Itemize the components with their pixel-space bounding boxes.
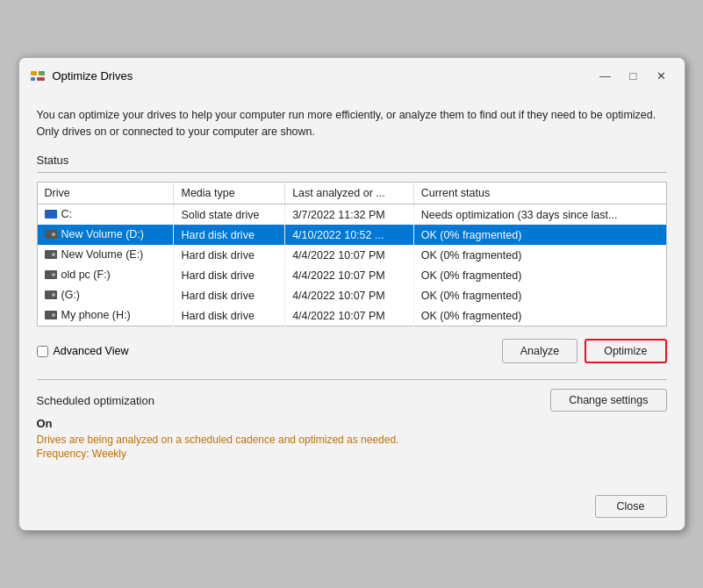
cell-current-status: OK (0% fragmented)	[413, 285, 666, 305]
cell-current-status: OK (0% fragmented)	[413, 305, 666, 326]
cell-media-type: Hard disk drive	[174, 285, 285, 305]
description-text: You can optimize your drives to help you…	[37, 107, 667, 140]
cell-last-analyzed: 4/4/2022 10:07 PM	[285, 245, 414, 265]
drives-table: Drive Media type Last analyzed or ... Cu…	[37, 182, 667, 326]
cell-drive: old pc (F:)	[37, 265, 174, 285]
cell-last-analyzed: 3/7/2022 11:32 PM	[285, 204, 414, 226]
app-icon	[30, 68, 46, 84]
optimize-drives-window: Optimize Drives — □ ✕ You can optimize y…	[18, 57, 685, 532]
cell-media-type: Hard disk drive	[174, 305, 285, 326]
scheduled-title: Scheduled optimization	[37, 394, 154, 407]
scheduled-header-row: Scheduled optimization Change settings	[37, 389, 667, 412]
window-title: Optimize Drives	[53, 69, 133, 82]
table-row[interactable]: C:Solid state drive3/7/2022 11:32 PMNeed…	[37, 204, 666, 226]
cell-last-analyzed: 4/4/2022 10:07 PM	[285, 265, 414, 285]
cell-drive: (G:)	[37, 285, 174, 305]
svg-rect-0	[31, 71, 37, 75]
cell-drive: C:	[37, 204, 174, 226]
table-header-row: Drive Media type Last analyzed or ... Cu…	[37, 183, 666, 204]
svg-rect-1	[31, 77, 35, 81]
cell-media-type: Hard disk drive	[174, 225, 285, 245]
cell-current-status: OK (0% fragmented)	[413, 225, 666, 245]
table-row[interactable]: My phone (H:)Hard disk drive4/4/2022 10:…	[37, 305, 666, 326]
hdd-icon	[45, 290, 57, 299]
table-row[interactable]: old pc (F:)Hard disk drive4/4/2022 10:07…	[37, 265, 666, 285]
hdd-icon	[45, 311, 57, 319]
col-drive: Drive	[37, 183, 174, 204]
ssd-icon	[45, 210, 57, 219]
title-controls: — □ ✕	[593, 67, 674, 86]
close-button[interactable]: Close	[595, 495, 667, 518]
status-label: Status	[37, 154, 667, 167]
cell-current-status: Needs optimization (33 days since last..…	[413, 204, 666, 226]
cell-media-type: Hard disk drive	[174, 265, 285, 285]
cell-media-type: Hard disk drive	[174, 245, 285, 265]
cell-current-status: OK (0% fragmented)	[413, 245, 666, 265]
hdd-icon	[45, 230, 57, 239]
hdd-icon	[45, 250, 57, 259]
advanced-view-checkbox[interactable]	[37, 346, 48, 357]
table-row[interactable]: (G:)Hard disk drive4/4/2022 10:07 PMOK (…	[37, 285, 666, 305]
close-window-button[interactable]: ✕	[649, 67, 674, 86]
main-content: You can optimize your drives to help you…	[19, 93, 685, 489]
status-section: Status Drive Media type Last analyzed or…	[37, 154, 667, 326]
footer: Close	[19, 488, 685, 530]
table-row[interactable]: New Volume (E:)Hard disk drive4/4/2022 1…	[37, 245, 666, 265]
advanced-view-label[interactable]: Advanced View	[37, 345, 129, 357]
svg-rect-3	[37, 77, 45, 81]
analyze-button[interactable]: Analyze	[502, 339, 577, 363]
minimize-button[interactable]: —	[593, 67, 618, 86]
col-current-status: Current status	[413, 183, 666, 204]
hdd-icon	[45, 270, 57, 279]
bottom-bar: Advanced View Analyze Optimize	[37, 339, 667, 363]
scheduled-status: On	[37, 417, 667, 430]
change-settings-button[interactable]: Change settings	[550, 389, 666, 412]
scheduled-frequency: Frequency: Weekly	[37, 448, 667, 460]
col-last-analyzed: Last analyzed or ...	[285, 183, 414, 204]
cell-drive: My phone (H:)	[37, 305, 174, 326]
col-media-type: Media type	[174, 183, 285, 204]
status-divider	[37, 172, 667, 173]
cell-media-type: Solid state drive	[174, 204, 285, 226]
action-buttons: Analyze Optimize	[502, 339, 667, 363]
title-bar: Optimize Drives — □ ✕	[19, 58, 685, 93]
scheduled-section: Scheduled optimization Change settings O…	[37, 379, 667, 460]
cell-last-analyzed: 4/4/2022 10:07 PM	[285, 285, 414, 305]
cell-current-status: OK (0% fragmented)	[413, 265, 666, 285]
scheduled-info: Drives are being analyzed on a scheduled…	[37, 434, 667, 446]
cell-last-analyzed: 4/10/2022 10:52 ...	[285, 225, 414, 245]
title-bar-left: Optimize Drives	[30, 68, 133, 84]
advanced-view-text: Advanced View	[54, 345, 129, 357]
cell-last-analyzed: 4/4/2022 10:07 PM	[285, 305, 414, 326]
cell-drive: New Volume (E:)	[37, 245, 174, 265]
cell-drive: New Volume (D:)	[37, 225, 174, 245]
maximize-button[interactable]: □	[621, 67, 646, 86]
table-row[interactable]: New Volume (D:)Hard disk drive4/10/2022 …	[37, 225, 666, 245]
optimize-button[interactable]: Optimize	[585, 339, 666, 363]
svg-rect-2	[39, 71, 45, 75]
